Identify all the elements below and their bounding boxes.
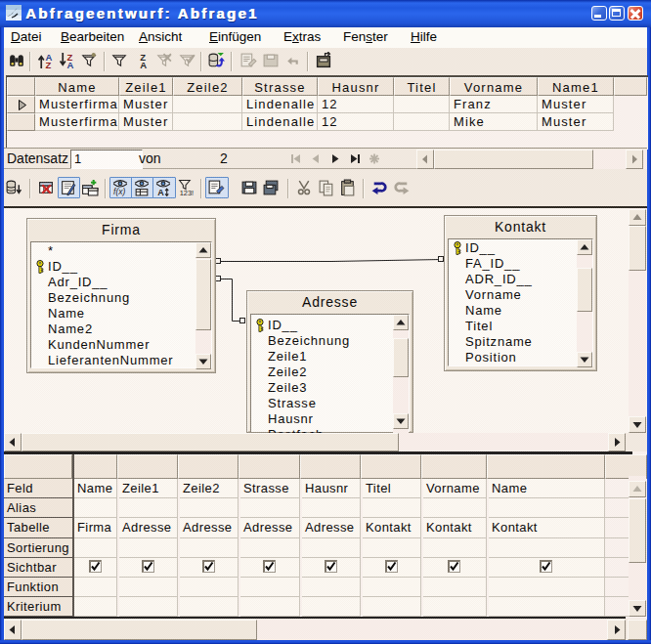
svg-text:Z: Z — [45, 60, 51, 69]
svg-text:A: A — [157, 188, 164, 196]
svg-text:A: A — [66, 60, 73, 69]
svg-text:f(x): f(x) — [113, 187, 125, 196]
svg-text:A: A — [140, 60, 147, 69]
svg-text:123!: 123! — [180, 189, 194, 196]
